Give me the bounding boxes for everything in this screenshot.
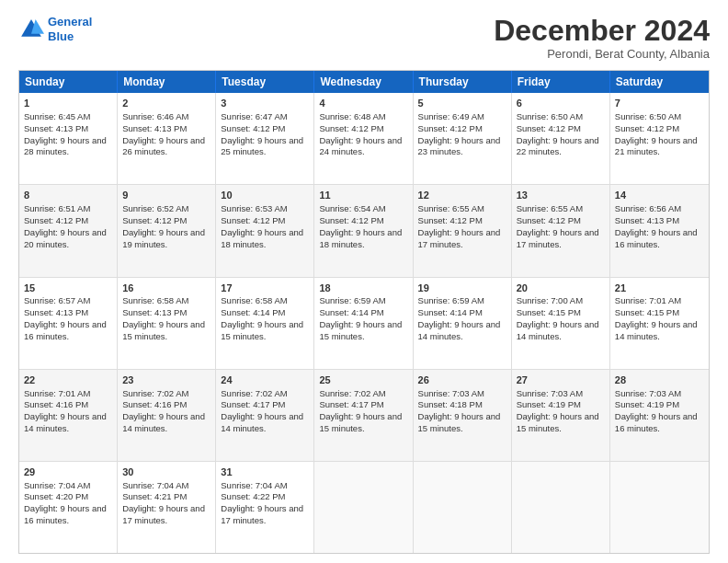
day-number: 26 [418, 373, 506, 387]
sunset: Sunset: 4:16 PM [122, 399, 187, 409]
daylight: Daylight: 9 hours and 16 minutes. [615, 227, 698, 249]
daylight: Daylight: 9 hours and 14 minutes. [221, 411, 303, 433]
daylight: Daylight: 9 hours and 15 minutes. [221, 319, 303, 341]
day-number: 23 [122, 373, 210, 387]
day-number: 2 [122, 97, 210, 110]
sunset: Sunset: 4:21 PM [122, 491, 187, 501]
daylight: Daylight: 9 hours and 15 minutes. [319, 411, 402, 433]
day-cell-22: 22Sunrise: 7:01 AMSunset: 4:16 PMDayligh… [19, 370, 118, 461]
day-cell-12: 12Sunrise: 6:55 AMSunset: 4:12 PMDayligh… [414, 185, 512, 276]
day-number: 20 [517, 282, 605, 295]
sunrise: Sunrise: 6:59 AM [319, 295, 385, 305]
sunrise: Sunrise: 7:04 AM [221, 480, 287, 490]
day-cell-28: 28Sunrise: 7:03 AMSunset: 4:19 PMDayligh… [610, 370, 709, 461]
empty-cell [512, 462, 610, 553]
daylight: Daylight: 9 hours and 19 minutes. [122, 227, 205, 249]
day-cell-8: 8Sunrise: 6:51 AMSunset: 4:12 PMDaylight… [19, 185, 118, 276]
sunrise: Sunrise: 6:46 AM [122, 111, 188, 121]
sunrise: Sunrise: 7:01 AM [615, 295, 681, 305]
daylight: Daylight: 9 hours and 14 minutes. [418, 319, 501, 341]
daylight: Daylight: 9 hours and 16 minutes. [24, 319, 107, 341]
day-number: 11 [319, 189, 407, 202]
sunset: Sunset: 4:12 PM [122, 215, 187, 225]
sunrise: Sunrise: 6:52 AM [122, 203, 188, 213]
calendar-week-1: 1Sunrise: 6:45 AMSunset: 4:13 PMDaylight… [19, 93, 709, 185]
sunrise: Sunrise: 7:04 AM [24, 480, 90, 490]
daylight: Daylight: 9 hours and 15 minutes. [122, 319, 205, 341]
header-wednesday: Wednesday [314, 71, 413, 93]
day-number: 24 [221, 373, 309, 387]
day-cell-20: 20Sunrise: 7:00 AMSunset: 4:15 PMDayligh… [512, 278, 610, 369]
day-number: 6 [517, 97, 605, 110]
sunset: Sunset: 4:12 PM [319, 215, 383, 225]
day-number: 25 [319, 373, 407, 387]
sunrise: Sunrise: 6:48 AM [319, 111, 385, 121]
sunrise: Sunrise: 6:55 AM [517, 203, 583, 213]
daylight: Daylight: 9 hours and 24 minutes. [319, 135, 402, 157]
sunset: Sunset: 4:15 PM [517, 307, 581, 317]
sunrise: Sunrise: 6:53 AM [221, 203, 287, 213]
day-cell-19: 19Sunrise: 6:59 AMSunset: 4:14 PMDayligh… [414, 278, 512, 369]
sunset: Sunset: 4:12 PM [615, 123, 679, 133]
daylight: Daylight: 9 hours and 16 minutes. [615, 411, 698, 433]
sunrise: Sunrise: 6:55 AM [418, 203, 484, 213]
day-cell-18: 18Sunrise: 6:59 AMSunset: 4:14 PMDayligh… [314, 278, 413, 369]
day-cell-9: 9Sunrise: 6:52 AMSunset: 4:12 PMDaylight… [118, 185, 216, 276]
calendar-body: 1Sunrise: 6:45 AMSunset: 4:13 PMDaylight… [19, 93, 709, 553]
sunrise: Sunrise: 6:58 AM [122, 295, 188, 305]
header-tuesday: Tuesday [216, 71, 314, 93]
header-thursday: Thursday [414, 71, 512, 93]
sunset: Sunset: 4:18 PM [418, 399, 483, 409]
month-title: December 2024 [494, 15, 710, 47]
sunset: Sunset: 4:20 PM [24, 491, 88, 501]
daylight: Daylight: 9 hours and 28 minutes. [24, 135, 107, 157]
sunset: Sunset: 4:13 PM [122, 307, 187, 317]
day-number: 31 [221, 465, 309, 479]
day-number: 12 [418, 189, 506, 202]
daylight: Daylight: 9 hours and 17 minutes. [517, 227, 599, 249]
sunrise: Sunrise: 6:49 AM [418, 111, 484, 121]
sunrise: Sunrise: 6:57 AM [24, 295, 90, 305]
empty-cell [314, 462, 413, 553]
sunrise: Sunrise: 6:45 AM [24, 111, 90, 121]
logo-icon [18, 17, 44, 42]
sunset: Sunset: 4:17 PM [319, 399, 383, 409]
day-number: 21 [615, 282, 704, 295]
sunset: Sunset: 4:14 PM [221, 307, 285, 317]
sunset: Sunset: 4:14 PM [418, 307, 483, 317]
header: General Blue December 2024 Perondi, Bera… [18, 15, 710, 61]
sunrise: Sunrise: 6:50 AM [517, 111, 583, 121]
day-number: 19 [418, 282, 506, 295]
day-number: 1 [24, 97, 112, 110]
logo: General Blue [18, 15, 92, 43]
day-number: 13 [517, 189, 605, 202]
sunrise: Sunrise: 7:03 AM [517, 388, 583, 398]
daylight: Daylight: 9 hours and 17 minutes. [221, 503, 303, 525]
daylight: Daylight: 9 hours and 18 minutes. [221, 227, 303, 249]
daylight: Daylight: 9 hours and 14 minutes. [122, 411, 205, 433]
day-number: 15 [24, 282, 112, 295]
header-friday: Friday [512, 71, 610, 93]
calendar-week-3: 15Sunrise: 6:57 AMSunset: 4:13 PMDayligh… [19, 278, 709, 370]
header-sunday: Sunday [19, 71, 118, 93]
sunset: Sunset: 4:12 PM [24, 215, 88, 225]
sunrise: Sunrise: 7:04 AM [122, 480, 188, 490]
daylight: Daylight: 9 hours and 18 minutes. [319, 227, 402, 249]
sunrise: Sunrise: 6:51 AM [24, 203, 90, 213]
day-number: 28 [615, 373, 704, 387]
day-number: 30 [122, 465, 210, 479]
sunrise: Sunrise: 7:02 AM [319, 388, 385, 398]
calendar: Sunday Monday Tuesday Wednesday Thursday… [18, 70, 710, 554]
day-cell-30: 30Sunrise: 7:04 AMSunset: 4:21 PMDayligh… [118, 462, 216, 553]
sunrise: Sunrise: 7:00 AM [517, 295, 583, 305]
calendar-header: Sunday Monday Tuesday Wednesday Thursday… [19, 71, 709, 93]
sunrise: Sunrise: 7:01 AM [24, 388, 90, 398]
sunset: Sunset: 4:19 PM [517, 399, 581, 409]
day-cell-4: 4Sunrise: 6:48 AMSunset: 4:12 PMDaylight… [314, 93, 413, 184]
sunset: Sunset: 4:12 PM [517, 123, 581, 133]
day-cell-17: 17Sunrise: 6:58 AMSunset: 4:14 PMDayligh… [216, 278, 314, 369]
day-cell-26: 26Sunrise: 7:03 AMSunset: 4:18 PMDayligh… [414, 370, 512, 461]
sunset: Sunset: 4:17 PM [221, 399, 285, 409]
day-number: 22 [24, 373, 112, 387]
daylight: Daylight: 9 hours and 15 minutes. [517, 411, 599, 433]
